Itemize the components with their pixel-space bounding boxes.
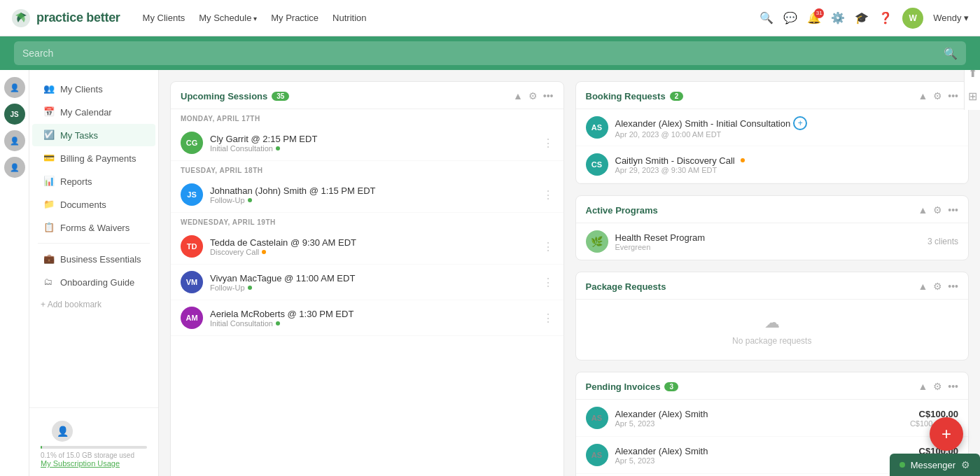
sidebar-item-business[interactable]: 💼 Business Essentials: [32, 248, 155, 270]
session-item-john: JS Johnathan (John) Smith @ 1:15 PM EDT …: [171, 177, 564, 213]
booking-avatar-as: AS: [586, 116, 608, 139]
messenger-bar[interactable]: Messenger ⚙: [890, 454, 980, 476]
session-menu-aeriela[interactable]: ⋮: [542, 312, 554, 325]
sidebar-label-my-calendar: My Calendar: [60, 107, 112, 118]
session-info-john: Johnathan (John) Smith @ 1:15 PM EDT Fol…: [210, 186, 536, 204]
sidebar-label-my-clients: My Clients: [60, 84, 103, 94]
search-input[interactable]: [22, 48, 938, 59]
logo[interactable]: practice better: [11, 8, 120, 28]
invoice-name-alex1: Alexander (Alex) Smith: [615, 409, 903, 419]
more-programs-icon[interactable]: •••: [948, 204, 958, 216]
collapse-programs-icon[interactable]: ▲: [918, 204, 927, 216]
right-grid-icon[interactable]: ⊞: [968, 90, 977, 103]
collapse-booking-icon[interactable]: ▲: [918, 90, 927, 102]
avatar-item-3[interactable]: 👤: [4, 157, 25, 178]
session-avatar-td: TD: [181, 235, 203, 258]
upcoming-sessions-widget: Upcoming Sessions 35 ▲ ⚙ ••• MONDAY, APR…: [170, 81, 564, 476]
subscription-link[interactable]: My Subscription Usage: [41, 459, 147, 468]
search-submit-icon[interactable]: 🔍: [944, 47, 958, 60]
avatar-item-2[interactable]: 👤: [4, 130, 25, 151]
settings-invoices-icon[interactable]: ⚙: [933, 381, 942, 392]
sidebar-item-reports[interactable]: 📊 Reports: [32, 170, 155, 192]
session-info-tedda: Tedda de Castelain @ 9:30 AM EDT Discove…: [210, 237, 536, 256]
nav-my-clients[interactable]: My Clients: [143, 13, 186, 23]
onboarding-icon: 🗂: [43, 276, 55, 288]
program-clients: 3 clients: [927, 237, 958, 246]
add-bookmark[interactable]: + Add bookmark: [29, 294, 158, 315]
session-type-john: Follow-Up: [210, 196, 536, 204]
avatar-item-js[interactable]: JS: [4, 104, 25, 125]
session-name-vivyan: Vivyan MacTague @ 11:00 AM EDT: [210, 273, 536, 284]
session-menu-john[interactable]: ⋮: [542, 188, 554, 202]
session-type-aeriela: Initial Consultation: [210, 319, 536, 328]
sidebar-item-my-clients[interactable]: 👥 My Clients: [32, 78, 155, 100]
content-area: Upcoming Sessions 35 ▲ ⚙ ••• MONDAY, APR…: [159, 70, 980, 476]
booking-info-alex: Alexander (Alex) Smith - Initial Consult…: [615, 116, 959, 139]
sidebar-item-my-calendar[interactable]: 📅 My Calendar: [32, 101, 155, 123]
session-item-cly: CG Cly Garrit @ 2:15 PM EDT Initial Cons…: [171, 125, 564, 161]
chat-icon[interactable]: 💬: [783, 11, 797, 25]
dot-green-vivyan: [248, 286, 252, 290]
booking-item-alex: AS Alexander (Alex) Smith - Initial Cons…: [576, 109, 969, 146]
session-menu-vivyan[interactable]: ⋮: [542, 276, 554, 289]
notifications-icon[interactable]: 🔔 31: [807, 11, 821, 25]
settings-packages-icon[interactable]: ⚙: [933, 281, 942, 292]
settings-booking-icon[interactable]: ⚙: [933, 90, 942, 102]
messenger-online-dot: [899, 462, 905, 468]
invoice-date-alex2: Apr 5, 2023: [615, 456, 903, 465]
nav-my-schedule[interactable]: My Schedule: [199, 13, 257, 23]
search-icon[interactable]: 🔍: [760, 11, 774, 25]
collapse-packages-icon[interactable]: ▲: [918, 281, 927, 292]
pending-invoices-header: Pending Invoices 3 ▲ ⚙ •••: [576, 372, 969, 400]
collapse-invoices-icon[interactable]: ▲: [918, 381, 927, 392]
session-info-cly: Cly Garrit @ 2:15 PM EDT Initial Consult…: [210, 134, 536, 153]
booking-plus-icon[interactable]: +: [793, 116, 807, 130]
avatar-item[interactable]: 👤: [4, 77, 25, 98]
settings-widget-icon[interactable]: ⚙: [528, 90, 538, 102]
account-icon[interactable]: 👤: [52, 421, 73, 442]
session-name-cly: Cly Garrit @ 2:15 PM EDT: [210, 134, 536, 144]
user-avatar[interactable]: W: [902, 8, 923, 29]
messenger-settings-icon[interactable]: ⚙: [961, 459, 970, 470]
session-menu-tedda[interactable]: ⋮: [542, 240, 554, 253]
package-requests-widget: Package Requests ▲ ⚙ ••• ☁ No package re…: [575, 272, 969, 360]
session-type-tedda: Discovery Call: [210, 248, 536, 256]
add-bookmark-label: + Add bookmark: [41, 300, 102, 309]
calendar-icon: 📅: [43, 106, 55, 118]
settings-programs-icon[interactable]: ⚙: [933, 204, 942, 216]
sidebar-item-documents[interactable]: 📁 Documents: [32, 193, 155, 216]
search-input-wrap[interactable]: 🔍: [14, 41, 966, 65]
booking-requests-count: 2: [670, 92, 684, 101]
date-label-wednesday: WEDNESDAY, APRIL 19TH: [171, 213, 564, 229]
nav-my-practice[interactable]: My Practice: [271, 13, 318, 23]
date-label-monday: MONDAY, APRIL 17TH: [171, 109, 564, 125]
help-icon[interactable]: ❓: [878, 11, 892, 25]
sidebar-item-onboarding[interactable]: 🗂 Onboarding Guide: [32, 271, 155, 293]
sidebar-item-my-tasks[interactable]: ☑️ My Tasks: [32, 124, 155, 146]
more-booking-icon[interactable]: •••: [948, 90, 958, 102]
sidebar-label-business: Business Essentials: [60, 254, 141, 265]
session-avatar-cg: CG: [181, 132, 203, 154]
package-empty-text: No package requests: [732, 336, 811, 346]
logo-text: practice better: [36, 10, 120, 25]
session-type-cly: Initial Consultation: [210, 144, 536, 153]
program-item-health: 🌿 Health Reset Program Evergreen 3 clien…: [576, 223, 969, 260]
booking-requests-widget: Booking Requests 2 ▲ ⚙ ••• AS Alexander …: [575, 81, 969, 184]
fab-button[interactable]: +: [930, 417, 963, 451]
apps-icon[interactable]: 🎓: [855, 11, 869, 25]
sidebar-item-forms[interactable]: 📋 Forms & Waivers: [32, 216, 155, 239]
logo-icon: [11, 8, 31, 28]
storage-area: 👤 0.1% of 15.0 GB storage used My Subscr…: [29, 407, 158, 476]
more-invoices-icon[interactable]: •••: [948, 381, 958, 392]
user-name[interactable]: Wendy ▾: [933, 13, 969, 23]
session-menu-cly[interactable]: ⋮: [542, 136, 554, 150]
collapse-icon[interactable]: ▲: [513, 90, 523, 102]
settings-icon[interactable]: ⚙️: [831, 11, 845, 25]
pending-invoices-count: 3: [664, 382, 678, 391]
sidebar-item-billing[interactable]: 💳 Billing & Payments: [32, 147, 155, 169]
nav-nutrition[interactable]: Nutrition: [332, 13, 366, 23]
more-icon[interactable]: •••: [543, 90, 554, 102]
reports-icon: 📊: [43, 176, 55, 187]
more-packages-icon[interactable]: •••: [948, 281, 958, 292]
invoice-date-alex1: Apr 5, 2023: [615, 419, 903, 428]
